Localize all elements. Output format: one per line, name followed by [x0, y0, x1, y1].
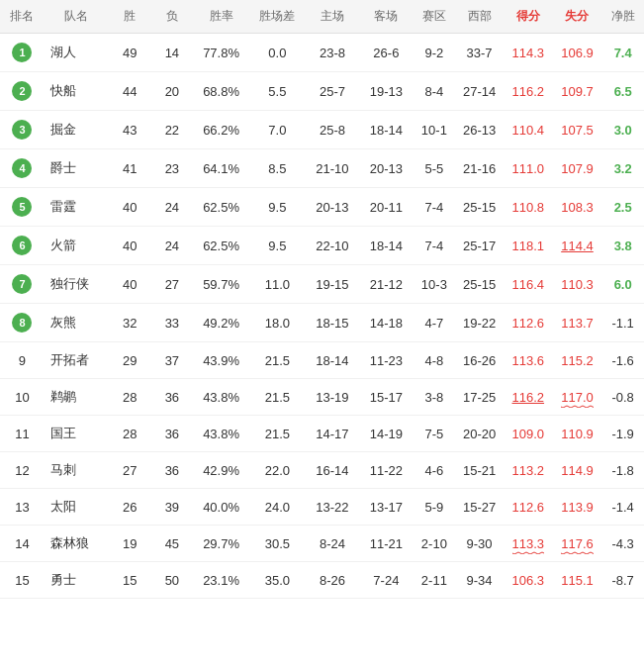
rank-cell: 1	[0, 34, 45, 72]
win-cell: 28	[109, 416, 151, 452]
rank-cell: 10	[0, 379, 45, 416]
table-row: 12马刺273642.9%22.016-1411-224-615-21113.2…	[0, 452, 644, 489]
lost-cell: 109.7	[553, 72, 602, 111]
lose-cell: 24	[151, 227, 194, 265]
win-cell: 26	[109, 489, 151, 526]
pct-cell: 43.8%	[193, 416, 249, 452]
rank-badge: 8	[12, 313, 32, 333]
rank-cell: 14	[0, 526, 45, 562]
team-name-cell: 掘金	[45, 111, 109, 149]
rank-cell: 4	[0, 149, 45, 188]
table-body: 1湖人491477.8%0.023-826-69-233-7114.3106.9…	[0, 34, 644, 599]
west-cell: 33-7	[455, 34, 504, 72]
net-cell: 3.2	[601, 149, 644, 188]
table-row: 13太阳263940.0%24.013-2213-175-915-27112.6…	[0, 489, 644, 526]
pct-cell: 42.9%	[193, 452, 249, 489]
table-row: 15勇士155023.1%35.08-267-242-119-34106.311…	[0, 562, 644, 599]
west-cell: 25-15	[455, 188, 504, 227]
away-cell: 26-6	[359, 34, 413, 72]
lose-cell: 39	[151, 489, 194, 526]
pct-cell: 62.5%	[193, 188, 249, 227]
pts-cell: 112.6	[504, 489, 553, 526]
diff-cell: 9.5	[249, 188, 306, 227]
team-name-cell: 马刺	[45, 452, 109, 489]
rank-cell: 13	[0, 489, 45, 526]
header-lost: 失分	[553, 0, 602, 34]
net-cell: 7.4	[601, 34, 644, 72]
table-row: 6火箭402462.5%9.522-1018-147-425-17118.111…	[0, 227, 644, 265]
table-row: 11国王283643.8%21.514-1714-197-520-20109.0…	[0, 416, 644, 452]
west-cell: 17-25	[455, 379, 504, 416]
west-cell: 19-22	[455, 304, 504, 342]
win-cell: 49	[109, 34, 151, 72]
rank-cell: 11	[0, 416, 45, 452]
rank-badge: 1	[12, 43, 32, 62]
header-pct: 胜率	[193, 0, 249, 34]
team-name-cell: 灰熊	[45, 304, 109, 342]
diff-cell: 30.5	[249, 526, 306, 562]
team-name-cell: 爵士	[45, 149, 109, 188]
lose-cell: 23	[151, 149, 194, 188]
home-cell: 13-19	[306, 379, 359, 416]
home-cell: 19-15	[306, 265, 359, 304]
home-cell: 25-8	[306, 111, 359, 149]
rank-cell: 2	[0, 72, 45, 111]
win-cell: 40	[109, 227, 151, 265]
header-lose: 负	[151, 0, 194, 34]
west-cell: 15-27	[455, 489, 504, 526]
pct-cell: 66.2%	[193, 111, 249, 149]
away-cell: 14-18	[359, 304, 413, 342]
table-row: 2快船442068.8%5.525-719-138-427-14116.2109…	[0, 72, 644, 111]
win-cell: 27	[109, 452, 151, 489]
lose-cell: 37	[151, 342, 194, 379]
team-name-cell: 勇士	[45, 562, 109, 599]
lose-cell: 27	[151, 265, 194, 304]
pts-cell: 113.6	[504, 342, 553, 379]
team-name-cell: 快船	[45, 72, 109, 111]
table-row: 9开拓者293743.9%21.518-1411-234-816-26113.6…	[0, 342, 644, 379]
rank-badge: 7	[12, 274, 32, 294]
pts-cell: 113.3	[504, 526, 553, 562]
win-cell: 28	[109, 379, 151, 416]
rank-cell: 7	[0, 265, 45, 304]
away-cell: 21-12	[359, 265, 413, 304]
home-cell: 22-10	[306, 227, 359, 265]
header-team: 队名	[45, 0, 109, 34]
lost-cell: 115.2	[553, 342, 602, 379]
pct-cell: 68.8%	[193, 72, 249, 111]
win-cell: 44	[109, 72, 151, 111]
lose-cell: 36	[151, 452, 194, 489]
net-cell: -8.7	[601, 562, 644, 599]
lost-cell: 110.3	[553, 265, 602, 304]
team-name-cell: 开拓者	[45, 342, 109, 379]
rank-cell: 5	[0, 188, 45, 227]
div-cell: 8-4	[414, 72, 456, 111]
diff-cell: 0.0	[249, 34, 306, 72]
win-cell: 41	[109, 149, 151, 188]
diff-cell: 21.5	[249, 342, 306, 379]
pct-cell: 59.7%	[193, 265, 249, 304]
home-cell: 16-14	[306, 452, 359, 489]
away-cell: 11-23	[359, 342, 413, 379]
rank-badge: 5	[12, 197, 32, 217]
team-name-cell: 湖人	[45, 34, 109, 72]
table-row: 7独行侠402759.7%11.019-1521-1210-325-15116.…	[0, 265, 644, 304]
div-cell: 5-5	[414, 149, 456, 188]
team-name-cell: 太阳	[45, 489, 109, 526]
rank-cell: 12	[0, 452, 45, 489]
lose-cell: 22	[151, 111, 194, 149]
pct-cell: 64.1%	[193, 149, 249, 188]
away-cell: 20-13	[359, 149, 413, 188]
div-cell: 9-2	[414, 34, 456, 72]
rank-badge: 2	[12, 81, 32, 101]
header-div: 赛区	[414, 0, 456, 34]
header-home: 主场	[306, 0, 359, 34]
west-cell: 15-21	[455, 452, 504, 489]
table-row: 14森林狼194529.7%30.58-2411-212-109-30113.3…	[0, 526, 644, 562]
lose-cell: 36	[151, 379, 194, 416]
net-cell: -1.9	[601, 416, 644, 452]
home-cell: 13-22	[306, 489, 359, 526]
net-cell: 3.8	[601, 227, 644, 265]
net-cell: -1.6	[601, 342, 644, 379]
west-cell: 20-20	[455, 416, 504, 452]
